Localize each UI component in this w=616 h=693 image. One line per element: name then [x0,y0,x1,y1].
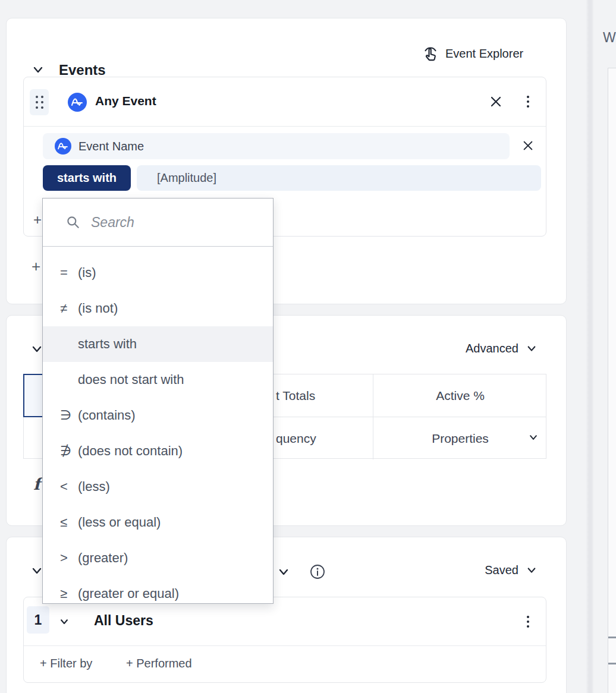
info-icon[interactable] [310,564,325,579]
chevron-down-icon [528,433,539,442]
chevron-down-icon [526,566,538,575]
saved-dropdown[interactable]: Saved [485,563,538,577]
event-explorer-icon [422,45,439,62]
divider [24,126,546,127]
operator-symbol: ≠ [60,301,78,316]
operator-item-less-or-equal[interactable]: ≤ (less or equal) [43,505,273,540]
event-options-menu-icon[interactable] [524,94,532,109]
remove-filter-icon[interactable] [522,140,534,152]
operator-label: (contains) [78,408,136,423]
event-explorer-label: Event Explorer [445,47,523,61]
filter-value-field[interactable]: [Amplitude] [137,165,541,191]
drag-handle[interactable] [30,89,49,115]
operator-label: (greater or equal) [78,586,179,601]
panel-resizer[interactable] [586,0,593,693]
metric-cell-properties[interactable]: Properties [373,417,547,459]
formula-icon[interactable]: f [33,475,40,493]
segment-collapse-icon[interactable] [59,618,70,626]
operator-symbol: > [60,550,78,566]
chart-panel: W [593,0,616,693]
query-builder-page: W Events Event Explorer [0,0,616,693]
operator-symbol: ∌ [60,443,78,459]
operator-item-greater-or-equal[interactable]: ≥ (greater or equal) [43,576,273,604]
search-input[interactable] [91,215,240,231]
add-user-filter-button[interactable]: + Filter by [40,657,92,670]
segment-options-menu-icon[interactable] [524,614,532,629]
filter-property-label: Event Name [78,140,144,153]
operator-label: (is not) [78,301,118,316]
operator-label: (less) [78,479,110,494]
advanced-dropdown[interactable]: Advanced [466,342,538,355]
collapse-segment-icon[interactable] [30,566,43,577]
operator-symbol: ∋ [60,408,78,423]
metric-cell-active-pct[interactable]: Active % [373,374,547,417]
add-performed-button[interactable]: + Performed [126,657,192,670]
operator-symbol: ≤ [60,515,78,530]
operator-symbol: ≥ [60,586,78,601]
collapse-measured-icon[interactable] [30,344,43,355]
amplitude-event-icon [68,93,87,112]
add-event-button[interactable]: + [32,257,40,276]
operator-select-button[interactable]: starts with [43,165,131,191]
operator-item-starts-with[interactable]: starts with [43,326,273,362]
operator-symbol: < [60,479,78,494]
chart-card [608,68,616,693]
collapse-events-icon[interactable] [32,65,45,75]
operator-select-label: starts with [57,171,117,185]
amplitude-property-icon [55,138,71,155]
segment-index-badge: 1 [27,606,49,634]
chevron-down-icon[interactable] [277,567,290,578]
operator-item-less[interactable]: < (less) [43,469,273,505]
segment-card: 1 All Users + Filter by + Performed [23,597,546,683]
operator-label: starts with [78,336,137,352]
operator-list: = (is) ≠ (is not) starts with does not s… [43,247,273,604]
properties-label: Properties [432,431,489,446]
event-name-title: Any Event [95,94,156,108]
events-panel-title: Events [59,62,106,78]
chart-grid-line [608,637,616,638]
operator-symbol: = [60,265,78,281]
remove-event-icon[interactable] [489,95,502,108]
operator-item-is[interactable]: = (is) [43,255,273,291]
divider [24,645,546,646]
operator-item-greater[interactable]: > (greater) [43,540,273,576]
operator-item-contains[interactable]: ∋ (contains) [43,398,273,433]
advanced-label: Advanced [466,342,518,355]
filter-value-text: [Amplitude] [157,171,216,185]
operator-dropdown-menu: = (is) ≠ (is not) starts with does not s… [42,198,274,604]
operator-label: (does not contain) [78,443,183,459]
chevron-down-icon [526,344,538,354]
dropdown-search-row [43,199,273,247]
operator-label: does not start with [78,372,184,388]
drag-dots-icon [36,96,43,109]
search-icon [65,215,81,230]
operator-label: (greater) [78,550,128,566]
operator-label: (less or equal) [78,515,161,530]
add-filter-button[interactable]: + [33,212,42,228]
segment-title: All Users [94,613,153,629]
operator-item-does-not-contain[interactable]: ∌ (does not contain) [43,433,273,469]
event-explorer-button[interactable]: Event Explorer [422,45,523,62]
chart-grid-line [608,663,616,664]
chart-panel-title: W [603,30,616,46]
operator-item-does-not-start-with[interactable]: does not start with [43,362,273,398]
filter-property-row[interactable]: Event Name [43,133,510,159]
operator-item-is-not[interactable]: ≠ (is not) [43,291,273,326]
operator-label: (is) [78,265,96,281]
saved-label: Saved [485,563,518,577]
